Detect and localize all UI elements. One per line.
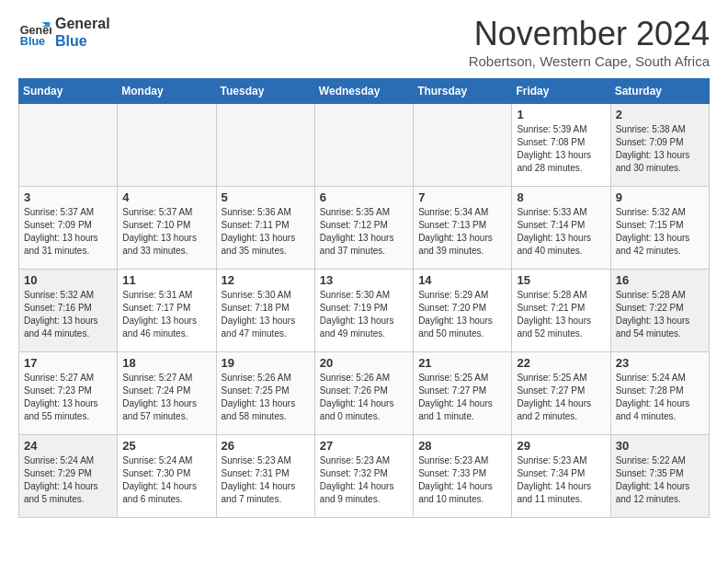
- calendar-cell: [216, 104, 314, 187]
- calendar-cell: 10Sunrise: 5:32 AM Sunset: 7:16 PM Dayli…: [19, 270, 118, 352]
- calendar-cell: 1Sunrise: 5:39 AM Sunset: 7:08 PM Daylig…: [512, 104, 610, 187]
- calendar-cell: 11Sunrise: 5:31 AM Sunset: 7:17 PM Dayli…: [118, 270, 216, 352]
- month-title: November 2024: [469, 15, 710, 53]
- day-info: Sunrise: 5:27 AM Sunset: 7:24 PM Dayligh…: [122, 372, 210, 423]
- calendar-cell: 20Sunrise: 5:26 AM Sunset: 7:26 PM Dayli…: [314, 352, 413, 435]
- calendar-cell: 7Sunrise: 5:34 AM Sunset: 7:13 PM Daylig…: [414, 187, 512, 270]
- day-info: Sunrise: 5:23 AM Sunset: 7:32 PM Dayligh…: [320, 454, 408, 506]
- day-number: 23: [616, 356, 704, 370]
- calendar-cell: [414, 104, 512, 187]
- day-info: Sunrise: 5:32 AM Sunset: 7:15 PM Dayligh…: [616, 206, 704, 258]
- calendar-cell: 17Sunrise: 5:27 AM Sunset: 7:23 PM Dayli…: [19, 352, 118, 435]
- calendar-cell: [19, 104, 118, 187]
- calendar-cell: 19Sunrise: 5:26 AM Sunset: 7:25 PM Dayli…: [216, 352, 314, 435]
- svg-text:Blue: Blue: [20, 36, 45, 49]
- day-info: Sunrise: 5:31 AM Sunset: 7:17 PM Dayligh…: [122, 289, 210, 340]
- day-info: Sunrise: 5:26 AM Sunset: 7:26 PM Dayligh…: [320, 372, 408, 423]
- day-info: Sunrise: 5:35 AM Sunset: 7:12 PM Dayligh…: [320, 206, 408, 258]
- calendar-cell: 16Sunrise: 5:28 AM Sunset: 7:22 PM Dayli…: [610, 270, 709, 352]
- calendar-cell: 6Sunrise: 5:35 AM Sunset: 7:12 PM Daylig…: [314, 187, 413, 270]
- day-number: 4: [122, 190, 210, 204]
- calendar-cell: 12Sunrise: 5:30 AM Sunset: 7:18 PM Dayli…: [216, 270, 314, 352]
- calendar-cell: 22Sunrise: 5:25 AM Sunset: 7:27 PM Dayli…: [512, 352, 610, 435]
- logo-text-general: General: [55, 15, 110, 32]
- day-info: Sunrise: 5:28 AM Sunset: 7:21 PM Dayligh…: [517, 289, 605, 340]
- calendar-cell: 13Sunrise: 5:30 AM Sunset: 7:19 PM Dayli…: [314, 270, 413, 352]
- calendar-cell: [314, 104, 413, 187]
- calendar-cell: 25Sunrise: 5:24 AM Sunset: 7:30 PM Dayli…: [118, 435, 216, 518]
- calendar-body: 1Sunrise: 5:39 AM Sunset: 7:08 PM Daylig…: [19, 104, 710, 518]
- day-info: Sunrise: 5:28 AM Sunset: 7:22 PM Dayligh…: [616, 289, 704, 340]
- day-number: 8: [517, 190, 605, 204]
- day-info: Sunrise: 5:24 AM Sunset: 7:29 PM Dayligh…: [24, 454, 112, 506]
- day-number: 29: [517, 439, 605, 453]
- day-info: Sunrise: 5:30 AM Sunset: 7:19 PM Dayligh…: [320, 289, 408, 340]
- day-number: 19: [222, 356, 310, 370]
- day-number: 2: [616, 108, 704, 121]
- calendar-week-3: 10Sunrise: 5:32 AM Sunset: 7:16 PM Dayli…: [19, 270, 710, 352]
- day-number: 14: [418, 273, 506, 287]
- day-number: 20: [320, 356, 408, 370]
- header-friday: Friday: [512, 79, 610, 104]
- day-number: 22: [517, 356, 605, 370]
- calendar-week-5: 24Sunrise: 5:24 AM Sunset: 7:29 PM Dayli…: [19, 435, 710, 518]
- day-number: 10: [24, 273, 112, 287]
- day-info: Sunrise: 5:39 AM Sunset: 7:08 PM Dayligh…: [517, 123, 605, 175]
- day-info: Sunrise: 5:32 AM Sunset: 7:16 PM Dayligh…: [24, 289, 112, 340]
- day-number: 17: [24, 356, 112, 370]
- day-info: Sunrise: 5:24 AM Sunset: 7:30 PM Dayligh…: [122, 454, 210, 506]
- day-info: Sunrise: 5:25 AM Sunset: 7:27 PM Dayligh…: [517, 372, 605, 423]
- day-number: 18: [122, 356, 210, 370]
- day-number: 27: [320, 439, 408, 453]
- day-info: Sunrise: 5:33 AM Sunset: 7:14 PM Dayligh…: [517, 206, 605, 258]
- day-info: Sunrise: 5:23 AM Sunset: 7:33 PM Dayligh…: [418, 454, 506, 506]
- day-number: 25: [122, 439, 210, 453]
- day-info: Sunrise: 5:30 AM Sunset: 7:18 PM Dayligh…: [222, 289, 310, 340]
- calendar-cell: 3Sunrise: 5:37 AM Sunset: 7:09 PM Daylig…: [19, 187, 118, 270]
- day-number: 3: [24, 190, 112, 204]
- day-info: Sunrise: 5:23 AM Sunset: 7:34 PM Dayligh…: [517, 454, 605, 506]
- calendar-cell: 15Sunrise: 5:28 AM Sunset: 7:21 PM Dayli…: [512, 270, 610, 352]
- day-number: 16: [616, 273, 704, 287]
- logo-text-blue: Blue: [55, 32, 110, 50]
- day-number: 7: [418, 190, 506, 204]
- day-number: 1: [517, 108, 605, 121]
- calendar-cell: 14Sunrise: 5:29 AM Sunset: 7:20 PM Dayli…: [414, 270, 512, 352]
- day-info: Sunrise: 5:25 AM Sunset: 7:27 PM Dayligh…: [418, 372, 506, 423]
- calendar-cell: 2Sunrise: 5:38 AM Sunset: 7:09 PM Daylig…: [610, 104, 709, 187]
- day-info: Sunrise: 5:22 AM Sunset: 7:35 PM Dayligh…: [616, 454, 704, 506]
- title-area: November 2024 Robertson, Western Cape, S…: [469, 15, 710, 69]
- header-wednesday: Wednesday: [314, 79, 413, 104]
- day-info: Sunrise: 5:38 AM Sunset: 7:09 PM Dayligh…: [616, 123, 704, 175]
- day-number: 24: [24, 439, 112, 453]
- calendar-cell: 28Sunrise: 5:23 AM Sunset: 7:33 PM Dayli…: [414, 435, 512, 518]
- header-thursday: Thursday: [414, 79, 512, 104]
- day-number: 11: [122, 273, 210, 287]
- calendar-cell: 29Sunrise: 5:23 AM Sunset: 7:34 PM Dayli…: [512, 435, 610, 518]
- calendar-week-2: 3Sunrise: 5:37 AM Sunset: 7:09 PM Daylig…: [19, 187, 710, 270]
- page-header: General Blue General Blue November 2024 …: [18, 15, 710, 69]
- calendar-cell: 23Sunrise: 5:24 AM Sunset: 7:28 PM Dayli…: [610, 352, 709, 435]
- day-number: 5: [222, 190, 310, 204]
- calendar-cell: 27Sunrise: 5:23 AM Sunset: 7:32 PM Dayli…: [314, 435, 413, 518]
- calendar-cell: 30Sunrise: 5:22 AM Sunset: 7:35 PM Dayli…: [610, 435, 709, 518]
- calendar-cell: 24Sunrise: 5:24 AM Sunset: 7:29 PM Dayli…: [19, 435, 118, 518]
- day-info: Sunrise: 5:23 AM Sunset: 7:31 PM Dayligh…: [222, 454, 310, 506]
- header-saturday: Saturday: [610, 79, 709, 104]
- day-info: Sunrise: 5:26 AM Sunset: 7:25 PM Dayligh…: [222, 372, 310, 423]
- calendar-table: SundayMondayTuesdayWednesdayThursdayFrid…: [18, 78, 710, 518]
- calendar-week-4: 17Sunrise: 5:27 AM Sunset: 7:23 PM Dayli…: [19, 352, 710, 435]
- day-info: Sunrise: 5:24 AM Sunset: 7:28 PM Dayligh…: [616, 372, 704, 423]
- calendar-cell: 18Sunrise: 5:27 AM Sunset: 7:24 PM Dayli…: [118, 352, 216, 435]
- calendar-cell: 4Sunrise: 5:37 AM Sunset: 7:10 PM Daylig…: [118, 187, 216, 270]
- day-info: Sunrise: 5:27 AM Sunset: 7:23 PM Dayligh…: [24, 372, 112, 423]
- calendar-cell: 21Sunrise: 5:25 AM Sunset: 7:27 PM Dayli…: [414, 352, 512, 435]
- day-info: Sunrise: 5:29 AM Sunset: 7:20 PM Dayligh…: [418, 289, 506, 340]
- day-number: 30: [616, 439, 704, 453]
- day-number: 6: [320, 190, 408, 204]
- day-number: 12: [222, 273, 310, 287]
- day-info: Sunrise: 5:37 AM Sunset: 7:10 PM Dayligh…: [122, 206, 210, 258]
- calendar-week-1: 1Sunrise: 5:39 AM Sunset: 7:08 PM Daylig…: [19, 104, 710, 187]
- day-number: 26: [222, 439, 310, 453]
- calendar-cell: [118, 104, 216, 187]
